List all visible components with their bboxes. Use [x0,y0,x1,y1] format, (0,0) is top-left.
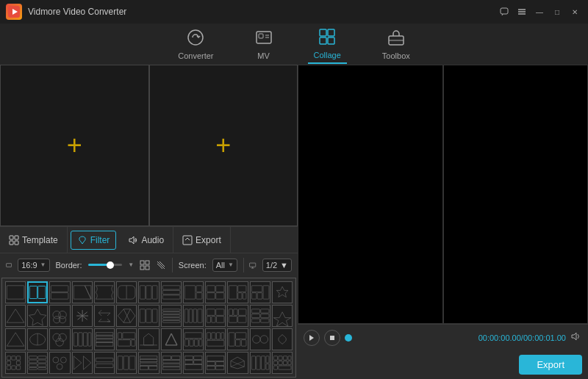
template-item-45[interactable] [116,352,137,374]
svg-point-108 [56,339,63,346]
template-item-48[interactable] [183,352,204,374]
template-item-15[interactable] [27,305,48,327]
template-item-5[interactable] [94,281,115,303]
pattern-view-btn[interactable] [156,258,166,272]
menu-btn[interactable] [514,5,529,18]
chat-btn[interactable] [497,5,512,18]
fraction-select[interactable]: 1/2 ▼ [262,259,292,272]
export-btn-area: Export [298,350,588,379]
tab-mv[interactable]: MV [249,26,279,63]
template-item-34[interactable] [161,328,182,350]
template-item-19[interactable] [116,305,137,327]
template-item-51[interactable] [250,352,270,374]
template-item-50[interactable] [227,352,248,374]
template-item-35[interactable] [183,328,204,350]
tab-collage-label: Collage [314,51,341,59]
template-item-37[interactable] [227,328,248,350]
templates-grid [1,278,296,378]
template-item-46[interactable] [138,352,159,374]
upload-slot-2[interactable]: + [149,65,298,226]
tab-collage[interactable]: Collage [308,25,347,64]
close-btn[interactable]: ✕ [567,5,582,18]
template-item-36[interactable] [205,328,226,350]
template-item-12[interactable] [250,281,270,303]
svg-rect-90 [207,317,210,323]
template-item-13[interactable] [272,281,293,303]
template-item-7[interactable] [138,281,159,303]
svg-rect-84 [184,309,188,322]
template-item-38[interactable] [250,328,270,350]
template-item-39[interactable] [272,328,293,350]
template-item-44[interactable] [94,352,115,374]
svg-rect-192 [266,356,269,363]
aspect-ratio-select[interactable]: 16:9 ▼ [18,259,49,272]
progress-indicator[interactable] [345,334,352,342]
border-label: Border: [56,261,82,270]
template-item-49[interactable] [205,352,226,374]
template-item-32[interactable] [116,328,137,350]
svg-marker-42 [74,286,91,299]
template-item-14[interactable] [5,305,26,327]
template-item-42[interactable] [49,352,70,374]
template-item-28[interactable] [27,328,48,350]
upload-slot-1[interactable]: + [0,65,149,226]
export-main-button[interactable]: Export [519,355,582,375]
template-item-17[interactable] [72,305,93,327]
minimize-btn[interactable]: — [532,5,547,18]
svg-point-139 [252,336,259,343]
template-item-1[interactable] [5,281,26,303]
add-video-icon-2: + [215,130,231,161]
play-btn[interactable] [304,330,320,346]
maximize-btn[interactable]: □ [550,5,564,18]
template-item-4[interactable] [72,281,93,303]
aspect-ratio-arrow: ▼ [40,261,46,268]
svg-rect-109 [74,333,77,346]
template-item-25[interactable] [250,305,270,327]
template-item-47[interactable] [161,352,182,374]
template-item-23[interactable] [205,305,226,327]
svg-rect-113 [96,333,113,335]
svg-rect-199 [279,361,282,364]
template-item-6[interactable] [116,281,137,303]
template-item-40[interactable] [5,352,26,374]
template-btn-label: Template [22,235,58,245]
template-item-10[interactable] [205,281,226,303]
template-item-31[interactable] [94,328,115,350]
tab-toolbox[interactable]: Toolbox [376,26,416,63]
time-display: 00:00:00.00/00:00:01.00 [356,333,566,342]
template-item-27[interactable] [5,328,26,350]
screen-select[interactable]: All ▼ [212,259,237,272]
svg-rect-141 [7,356,10,360]
template-item-43[interactable] [72,352,93,374]
template-item-2[interactable] [27,281,48,303]
template-item-9[interactable] [183,281,204,303]
grid-view-btn[interactable] [140,258,150,272]
export-toolbar-btn[interactable]: Export [173,227,231,253]
template-item-22[interactable] [183,305,204,327]
template-item-18[interactable] [94,305,115,327]
svg-rect-150 [38,356,46,359]
template-item-41[interactable] [27,352,48,374]
template-item-11[interactable] [227,281,248,303]
template-item-33[interactable] [138,328,159,350]
template-item-52[interactable] [272,352,293,374]
filter-btn[interactable]: Filter [71,231,117,250]
template-item-20[interactable] [138,305,159,327]
template-item-16[interactable] [49,305,70,327]
stop-btn[interactable] [324,330,340,346]
svg-line-123 [171,333,177,345]
border-slider[interactable] [88,264,123,266]
template-item-21[interactable] [161,305,182,327]
tab-converter[interactable]: Converter [172,26,219,63]
template-item-24[interactable] [227,305,248,327]
template-item-30[interactable] [72,328,93,350]
template-item-29[interactable] [49,328,70,350]
audio-btn[interactable]: Audio [119,227,173,253]
svg-rect-118 [123,333,135,339]
template-btn[interactable]: Template [0,227,68,253]
template-item-3[interactable] [49,281,70,303]
template-item-8[interactable] [161,281,182,303]
template-item-26[interactable] [272,305,293,327]
svg-rect-179 [184,361,193,364]
volume-icon[interactable] [570,331,582,344]
